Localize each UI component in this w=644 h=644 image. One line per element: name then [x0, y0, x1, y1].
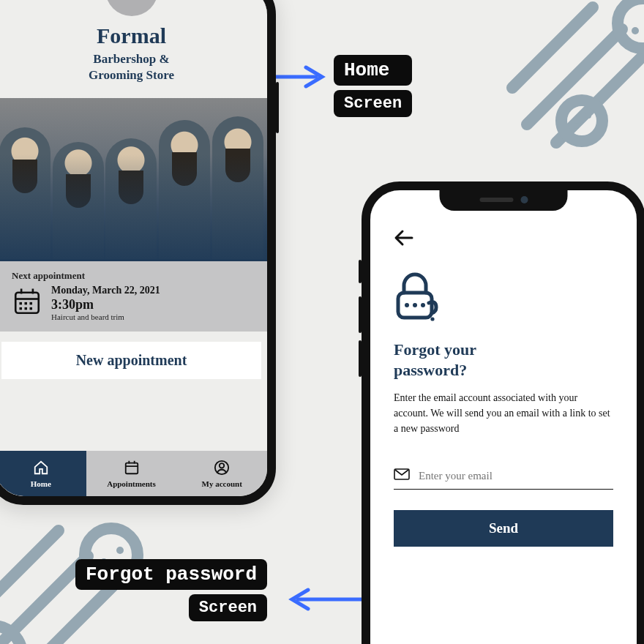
brand-title: Formal	[0, 23, 267, 48]
svg-point-9	[116, 547, 124, 554]
appointment-service: Haircut and beard trim	[51, 312, 160, 321]
caption-home-line2: Screen	[334, 90, 412, 117]
hero-image	[0, 98, 267, 259]
next-appointment-label: Next appointment	[12, 270, 251, 282]
caption-home-line1: Home	[334, 55, 412, 86]
svg-point-4	[574, 123, 580, 129]
fp-title-line2: password?	[394, 361, 467, 379]
email-field-row[interactable]	[394, 468, 613, 490]
svg-point-33	[413, 303, 417, 307]
svg-rect-23	[30, 307, 33, 310]
brand-subtitle-line1: Barbershop &	[93, 52, 169, 66]
svg-rect-21	[20, 307, 23, 310]
svg-rect-22	[25, 307, 28, 310]
caption-forgot-line2: Screen	[189, 594, 267, 621]
user-icon	[214, 460, 230, 477]
svg-rect-24	[125, 463, 138, 473]
caption-home: Home Screen	[334, 55, 412, 117]
phone-notch	[440, 189, 568, 211]
tab-appointments[interactable]: Appointments	[86, 451, 177, 496]
tab-bar: Home Appointments My account	[0, 451, 267, 496]
forgot-password-body: Enter the email account associated with …	[394, 390, 613, 436]
send-button[interactable]: Send	[394, 510, 613, 547]
caption-forgot: Forgot password Screen	[75, 559, 267, 621]
svg-point-34	[421, 303, 425, 307]
caption-forgot-line1: Forgot password	[75, 559, 267, 590]
back-button[interactable]	[394, 228, 613, 252]
tab-appointments-label: Appointments	[107, 479, 156, 488]
svg-point-29	[220, 463, 224, 468]
lock-question-icon	[394, 271, 613, 326]
phone-volume-up	[359, 296, 362, 333]
phone-power-button	[276, 82, 279, 133]
forgot-password-title: Forgot your password?	[394, 340, 613, 380]
svg-point-7	[0, 626, 22, 644]
svg-rect-20	[30, 302, 33, 305]
svg-point-0	[618, 0, 644, 48]
phone-mute-switch	[359, 260, 362, 283]
brand-subtitle: Barbershop & Grooming Store	[0, 51, 267, 83]
phone-volume-down	[359, 340, 362, 377]
calendar-icon	[12, 286, 42, 320]
brand-subtitle-line2: Grooming Store	[89, 68, 174, 82]
svg-point-1	[561, 100, 602, 141]
svg-point-2	[632, 27, 639, 34]
svg-rect-19	[25, 302, 28, 305]
tab-account[interactable]: My account	[176, 451, 267, 496]
tab-account-label: My account	[202, 479, 242, 488]
comet-decoration-top	[498, 0, 644, 161]
email-input[interactable]	[417, 469, 613, 483]
new-appointment-button[interactable]: New appointment	[1, 342, 261, 379]
brand-logo: F	[105, 0, 158, 16]
tab-home-label: Home	[31, 479, 51, 488]
home-icon	[33, 460, 49, 477]
calendar-icon	[124, 460, 140, 477]
appointment-time: 3:30pm	[51, 297, 160, 312]
svg-point-32	[405, 303, 409, 307]
appointment-date: Monday, March 22, 2021	[51, 285, 160, 296]
tab-home[interactable]: Home	[0, 451, 86, 496]
phone-home: F Formal Barbershop & Grooming Store Nex…	[0, 0, 276, 505]
svg-point-36	[430, 317, 434, 321]
next-appointment-card[interactable]: Next appointment Monday, March 22, 2021 …	[0, 259, 267, 332]
fp-title-line1: Forgot your	[394, 340, 476, 359]
home-header: F Formal Barbershop & Grooming Store	[0, 0, 267, 83]
svg-point-5	[585, 113, 591, 119]
svg-rect-18	[20, 302, 23, 305]
mail-icon	[394, 468, 410, 483]
phone-forgot-password: Forgot your password? Enter the email ac…	[362, 181, 644, 644]
